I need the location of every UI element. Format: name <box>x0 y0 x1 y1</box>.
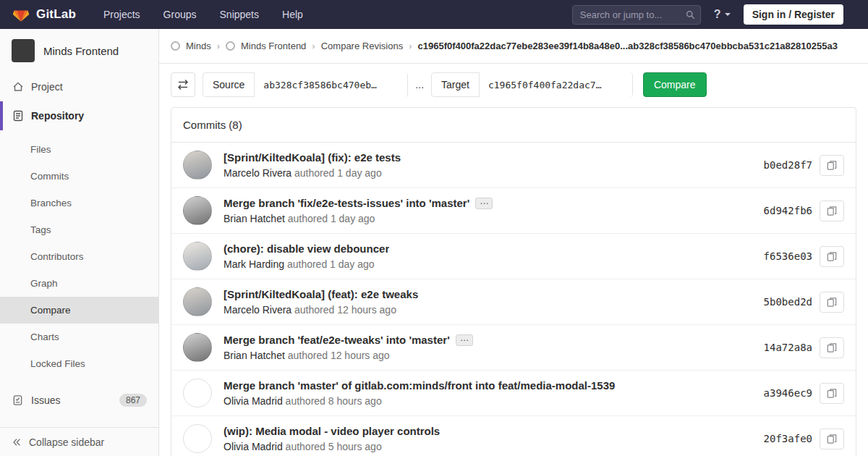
navbar-right: ? Sign in / Register <box>572 4 856 25</box>
nav-link-projects[interactable]: Projects <box>103 9 140 20</box>
repository-subnav: Files Commits Branches Tags Contributors… <box>0 136 158 377</box>
copy-icon <box>827 160 837 171</box>
sign-in-register-button[interactable]: Sign in / Register <box>744 4 843 25</box>
sidebar-project-header[interactable]: Minds Frontend <box>0 29 158 72</box>
sidebar-item-contributors[interactable]: Contributors <box>0 243 158 270</box>
commit-row: Merge branch 'fix/e2e-tests-issues' into… <box>171 188 856 234</box>
sidebar-item-commits[interactable]: Commits <box>0 163 158 190</box>
author-avatar[interactable] <box>183 379 212 408</box>
breadcrumb-section-link[interactable]: Compare Revisions <box>321 41 403 51</box>
commit-title-link[interactable]: (chore): disable view debouncer <box>224 242 389 255</box>
commit-title-link[interactable]: (wip): Media modal - video player contro… <box>224 425 440 437</box>
sidebar-item-compare[interactable]: Compare <box>0 297 158 324</box>
copy-sha-button[interactable] <box>820 383 844 404</box>
author-avatar[interactable] <box>183 196 212 225</box>
sidebar-item-repository[interactable]: Repository <box>0 101 158 130</box>
commit-sha: 20f3afe0 <box>764 433 812 444</box>
copy-sha-button[interactable] <box>820 155 844 176</box>
author-avatar[interactable] <box>183 333 212 362</box>
commit-row: [Sprint/KiltedKoala] (feat): e2e tweaks … <box>171 279 856 325</box>
commit-sha: 5b0bed2d <box>764 296 812 308</box>
swap-icon <box>177 79 189 90</box>
compare-button[interactable]: Compare <box>643 72 707 97</box>
repository-icon <box>12 110 24 122</box>
author-avatar[interactable] <box>183 287 212 316</box>
commit-meta: Brian Hatchet authored 12 hours ago <box>224 350 752 361</box>
sidebar: Minds Frontend Project Repository Files … <box>0 29 159 456</box>
commit-description-toggle[interactable]: ⋯ <box>456 334 473 346</box>
nav-link-help[interactable]: Help <box>282 9 303 20</box>
commit-row: [Sprint/KiltedKoala] (fix): e2e tests Ma… <box>171 143 856 188</box>
copy-sha-button[interactable] <box>820 337 844 358</box>
commit-sha: b0ed28f7 <box>764 159 812 171</box>
commit-title-link[interactable]: Merge branch 'feat/e2e-tweaks' into 'mas… <box>224 334 450 346</box>
commit-author-link[interactable]: Marcelo Rivera <box>224 167 292 179</box>
breadcrumb-group-link[interactable]: Minds <box>186 41 211 51</box>
minds-frontend-avatar-icon <box>226 41 235 51</box>
sidebar-item-issues[interactable]: Issues 867 <box>0 386 158 415</box>
commit-row: Merge branch 'feat/e2e-tweaks' into 'mas… <box>171 325 856 371</box>
sidebar-item-project[interactable]: Project <box>0 72 158 101</box>
commit-author-link[interactable]: Olivia Madrid <box>224 395 283 407</box>
commit-author-link[interactable]: Marcelo Rivera <box>224 304 292 316</box>
gitlab-logo-link[interactable]: GitLab <box>12 6 76 24</box>
commit-row: (wip): Media modal - video player contro… <box>171 416 856 456</box>
breadcrumb-project-link[interactable]: Minds Frontend <box>241 41 306 51</box>
collapse-icon <box>12 437 22 447</box>
commit-time: authored 1 day ago <box>288 213 375 224</box>
top-navbar: GitLab Projects Groups Snippets Help ? S… <box>0 0 868 29</box>
collapse-sidebar-label: Collapse sidebar <box>29 436 104 448</box>
author-avatar[interactable] <box>183 151 212 180</box>
commit-sha: a3946ec9 <box>764 387 812 399</box>
commit-title-link[interactable]: [Sprint/KiltedKoala] (fix): e2e tests <box>224 151 401 164</box>
sidebar-item-charts[interactable]: Charts <box>0 324 158 350</box>
commit-meta: Brian Hatchet authored 1 day ago <box>224 213 752 224</box>
commit-time: authored 1 day ago <box>287 258 375 270</box>
sidebar-item-files[interactable]: Files <box>0 136 158 163</box>
sidebar-item-branches[interactable]: Branches <box>0 190 158 216</box>
sidebar-item-tags[interactable]: Tags <box>0 216 158 243</box>
copy-icon <box>827 297 837 308</box>
commit-title-link[interactable]: Merge branch 'fix/e2e-tests-issues' into… <box>224 197 469 209</box>
copy-sha-button[interactable] <box>820 200 844 221</box>
commit-author-link[interactable]: Olivia Madrid <box>224 441 283 452</box>
target-ref-field[interactable]: c1965f0f400fa22dac7… <box>479 72 632 97</box>
search-wrap <box>572 5 701 25</box>
commit-description-toggle[interactable]: ⋯ <box>475 198 493 209</box>
commit-title-link[interactable]: [Sprint/KiltedKoala] (feat): e2e tweaks <box>224 288 418 300</box>
commit-row: Merge branch 'master' of gitlab.com:mind… <box>171 371 856 416</box>
collapse-sidebar-button[interactable]: Collapse sidebar <box>0 427 158 456</box>
commit-author-link[interactable]: Mark Harding <box>224 258 284 270</box>
sidebar-item-label: Issues <box>31 394 60 406</box>
issues-icon <box>12 394 24 406</box>
source-ref-field[interactable]: ab328cf38586bc470eb… <box>254 72 407 97</box>
copy-icon <box>827 206 837 216</box>
author-avatar[interactable] <box>183 242 212 271</box>
commit-time: authored 12 hours ago <box>288 350 390 361</box>
home-icon <box>12 81 24 93</box>
sidebar-item-graph[interactable]: Graph <box>0 270 158 297</box>
copy-sha-button[interactable] <box>820 246 844 267</box>
help-dropdown-button[interactable]: ? <box>714 8 731 21</box>
search-input[interactable] <box>572 5 701 25</box>
target-ref-group: Target c1965f0f400fa22dac7… <box>431 72 633 97</box>
commit-row: (chore): disable view debouncer Mark Har… <box>171 234 856 279</box>
commit-author-link[interactable]: Brian Hatchet <box>224 213 285 224</box>
main-content: Minds › Minds Frontend › Compare Revisio… <box>159 29 868 456</box>
nav-link-groups[interactable]: Groups <box>163 9 197 20</box>
sidebar-item-label: Repository <box>31 110 84 122</box>
breadcrumb-separator: › <box>312 41 315 51</box>
nav-link-snippets[interactable]: Snippets <box>220 9 259 20</box>
sidebar-item-label: Project <box>31 81 63 93</box>
copy-sha-button[interactable] <box>820 292 844 313</box>
copy-sha-button[interactable] <box>820 428 844 449</box>
author-avatar[interactable] <box>183 424 212 453</box>
sidebar-item-locked-files[interactable]: Locked Files <box>0 350 158 377</box>
commits-panel: Commits (8) [Sprint/KiltedKoala] (fix): … <box>171 107 856 456</box>
commit-author-link[interactable]: Brian Hatchet <box>224 350 285 361</box>
breadcrumb-separator: › <box>217 41 220 51</box>
commit-title-link[interactable]: Merge branch 'master' of gitlab.com:mind… <box>224 379 615 392</box>
swap-revisions-button[interactable] <box>171 72 195 97</box>
breadcrumb-current-range: c1965f0f400fa22dac77ebe283ee39f14b8a48e0… <box>417 41 837 51</box>
commits-header: Commits (8) <box>171 108 856 143</box>
